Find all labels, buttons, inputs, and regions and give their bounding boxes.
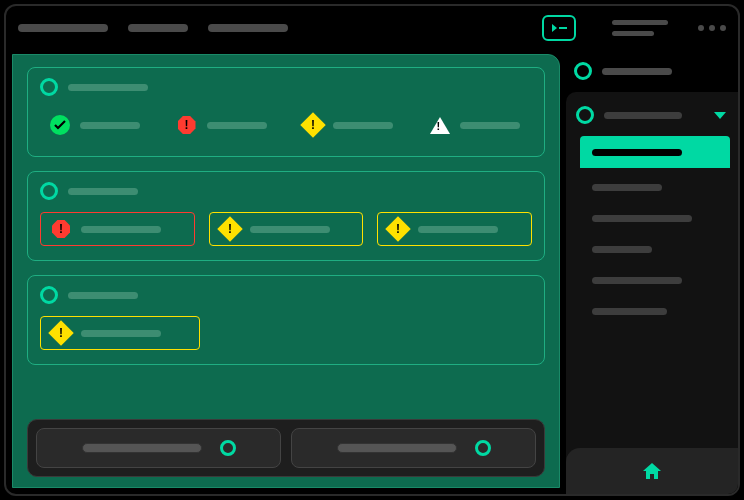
diamond-alert-icon: ! (388, 219, 408, 239)
octagon-alert-icon: ! (177, 115, 197, 135)
topbar-meta (612, 20, 668, 36)
home-button[interactable] (566, 448, 738, 494)
console-button[interactable] (542, 15, 576, 41)
sidebar-group-header[interactable] (566, 102, 738, 134)
triangle-alert-icon (430, 115, 450, 135)
section-title (68, 292, 138, 299)
more-menu-button[interactable] (698, 25, 726, 31)
diamond-alert-icon: ! (51, 323, 71, 343)
topbar (6, 6, 738, 50)
sidebar-item[interactable] (566, 203, 738, 234)
sidebar-item[interactable] (566, 265, 738, 296)
device-2[interactable] (291, 428, 536, 468)
diamond-alert-icon: ! (220, 219, 240, 239)
ring-icon (574, 62, 592, 80)
tab-3[interactable] (208, 24, 288, 32)
power-led-icon (220, 440, 236, 456)
tab-1[interactable] (18, 24, 108, 32)
status-section-1: ! ! (27, 67, 545, 157)
ring-icon (40, 286, 58, 304)
main-panel: ! ! (12, 54, 560, 488)
octagon-alert-icon: ! (51, 219, 71, 239)
status-section-3: ! (27, 275, 545, 365)
device-bay (27, 419, 545, 477)
sidebar-item[interactable] (566, 234, 738, 265)
status-chip-warning[interactable]: ! (40, 316, 200, 350)
sidebar-top-label (602, 68, 672, 75)
ring-icon (576, 106, 594, 124)
sidebar-item-active[interactable] (580, 136, 730, 168)
device-slot-icon (82, 443, 202, 453)
section-title (68, 188, 138, 195)
sidebar (566, 50, 738, 494)
ring-icon (40, 182, 58, 200)
diamond-alert-icon: ! (303, 115, 323, 135)
status-chip-critical[interactable]: ! (167, 108, 280, 142)
caret-right-icon (552, 24, 557, 32)
status-chip-warning[interactable]: ! (377, 212, 532, 246)
sidebar-item[interactable] (566, 296, 738, 327)
status-chip-warning[interactable]: ! (293, 108, 406, 142)
status-chip-ok[interactable] (40, 108, 153, 142)
status-chip-caution[interactable] (420, 108, 533, 142)
home-icon (641, 461, 663, 481)
status-chip-critical[interactable]: ! (40, 212, 195, 246)
ring-icon (40, 78, 58, 96)
tab-2[interactable] (128, 24, 188, 32)
sidebar-item[interactable] (566, 172, 738, 203)
device-1[interactable] (36, 428, 281, 468)
section-title (68, 84, 148, 91)
underscore-icon (559, 27, 567, 29)
check-circle-icon (50, 115, 70, 135)
chevron-down-icon (714, 112, 726, 119)
status-chip-warning[interactable]: ! (209, 212, 364, 246)
power-led-icon (475, 440, 491, 456)
status-section-2: ! ! ! (27, 171, 545, 261)
device-slot-icon (337, 443, 457, 453)
